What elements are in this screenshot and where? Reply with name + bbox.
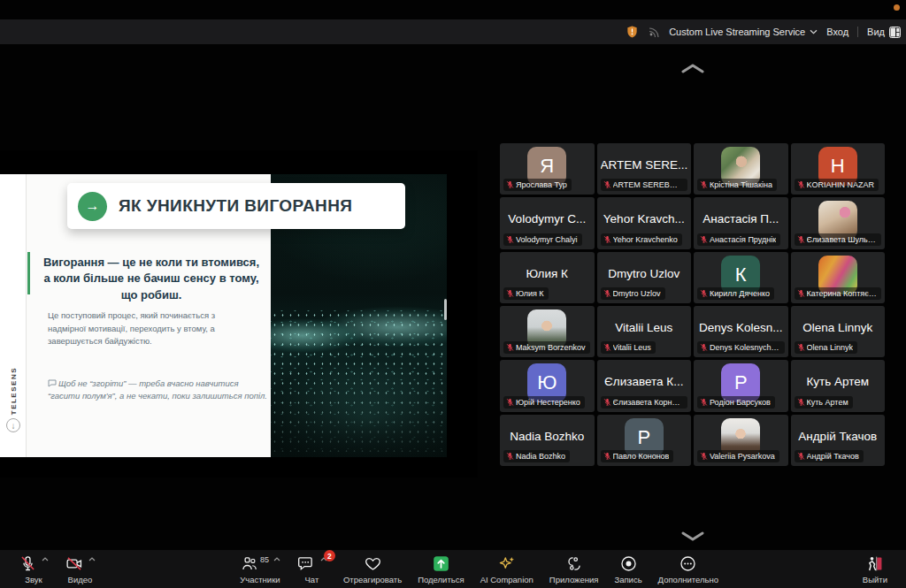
avatar-letter: К <box>735 263 747 286</box>
chevron-up-icon <box>680 63 705 73</box>
toolbar-label: Чат <box>305 575 319 584</box>
participant-label: Єлизавета Корнєєва <box>601 396 688 409</box>
participant-tile[interactable]: РРодіон Барсуков <box>694 360 788 411</box>
toolbar-audio-button[interactable]: Звук <box>11 554 57 584</box>
participant-tile[interactable]: Vitalii LeusVitalii Leus <box>597 306 692 357</box>
participant-label: Родіон Барсуков <box>697 396 775 409</box>
participant-label-text: Юлия К <box>516 289 544 298</box>
participant-tile[interactable]: Denys Kolesn...Denys Kolesnychenko <box>694 306 788 357</box>
avatar-letter: Ю <box>537 371 557 394</box>
participant-label: Valeriia Pysarkova <box>697 450 779 462</box>
mic-muted-icon <box>797 180 805 189</box>
participant-name-large: Dmytro Uzlov <box>601 267 688 280</box>
mic-muted-icon <box>700 289 708 298</box>
participant-label: Кирилл Дяченко <box>697 287 774 300</box>
participant-tile[interactable]: РПавло Кононов <box>597 415 692 466</box>
participant-label-text: Valeriia Pysarkova <box>710 452 775 461</box>
participant-tile[interactable]: ЮЮрій Нестеренко <box>500 360 595 411</box>
participant-label: Nadia Bozhko <box>503 450 570 462</box>
participant-label-text: Volodymyr Chalyi <box>516 235 578 244</box>
mic-muted-icon <box>506 343 514 352</box>
participant-tile[interactable]: Dmytro UzlovDmytro Uzlov <box>597 252 692 303</box>
toolbar-ai-button[interactable]: AI Companion <box>472 554 541 584</box>
participant-tile[interactable]: Yehor Kravch...Yehor Kravchenko <box>597 197 692 248</box>
participant-label: Maksym Borzenkov <box>503 341 590 354</box>
participants-icon <box>240 554 258 573</box>
participant-label: Анастасія Пруднік <box>697 233 780 246</box>
participant-tile[interactable]: Nadia BozhkoNadia Bozhko <box>500 415 595 466</box>
participant-name-large: Єлизавета К... <box>601 375 688 388</box>
participant-tile[interactable]: Єлизавета Шульцева <box>791 197 886 248</box>
participant-label: Куть Артем <box>795 396 853 409</box>
participant-tile[interactable]: Андрій ТкачовАндрій Ткачов <box>791 415 886 466</box>
toolbar-apps-button[interactable]: Приложения <box>541 554 607 584</box>
participant-label: Юлия К <box>503 287 549 300</box>
participant-label: Ярослава Тур <box>503 179 572 191</box>
participant-tile[interactable]: Valeriia Pysarkova <box>694 415 788 466</box>
toolbar-label: Отреагировать <box>343 575 402 584</box>
participant-tile[interactable]: Анастасія П...Анастасія Пруднік <box>694 197 788 248</box>
participant-name-large: Yehor Kravch... <box>601 212 688 225</box>
participant-tile[interactable]: HKORIAHIN NAZAR <box>791 143 886 195</box>
participant-tile[interactable]: Єлизавета К...Єлизавета Корнєєва <box>597 360 692 411</box>
participant-tile[interactable]: Юлия КЮлия К <box>500 252 595 303</box>
participant-label-text: Yehor Kravchenko <box>613 235 678 244</box>
participant-tile[interactable]: Maksym Borzenkov <box>500 306 595 357</box>
participant-tile[interactable]: ARTEM SERE...ARTEM SEREBRIANS... <box>597 143 692 195</box>
participant-label: ARTEM SEREBRIANS... <box>601 179 688 191</box>
participant-label-text: Андрій Ткачов <box>807 452 859 461</box>
streaming-service-menu[interactable]: Custom Live Streaming Service <box>669 27 818 37</box>
toolbar-chat-button[interactable]: 2Чат <box>288 554 335 584</box>
toolbar-more-button[interactable]: Дополнительно <box>650 554 726 584</box>
toolbar-video-button[interactable]: Видео <box>57 554 104 584</box>
chat-icon <box>296 554 316 573</box>
video-scrollbar-thumb[interactable] <box>444 299 447 320</box>
participant-label: Андрій Ткачов <box>795 450 864 462</box>
participant-tile[interactable]: Катерина Коптяєва <box>791 252 886 303</box>
participant-name-large: Olena Linnyk <box>795 321 882 334</box>
share-icon <box>432 554 450 573</box>
participant-tile[interactable]: ЯЯрослава Тур <box>500 143 595 195</box>
mic-muted-icon <box>506 452 514 461</box>
toolbar-label: Видео <box>68 575 93 584</box>
chevron-down-icon <box>680 531 705 542</box>
participant-tile[interactable]: Olena LinnykOlena Linnyk <box>791 306 886 357</box>
participant-label: Yehor Kravchenko <box>601 233 682 246</box>
participant-tile[interactable]: Volodymyr C...Volodymyr Chalyi <box>500 197 595 248</box>
toolbar-leave-button[interactable]: Выйти <box>855 554 895 584</box>
shared-screen-video[interactable]: TELESENS ↓ → ЯК УНИКНУТИ ВИГОРАННЯ Вигор… <box>0 150 478 477</box>
participant-label: Павло Кононов <box>601 450 674 462</box>
participant-name-large: Nadia Bozhko <box>503 430 591 443</box>
chat-unread-badge: 2 <box>324 550 335 561</box>
toolbar-label: Участники <box>240 575 280 584</box>
toolbar-react-button[interactable]: Отреагировать <box>335 554 410 584</box>
mic-muted-icon <box>797 235 805 244</box>
caret-up-icon <box>42 557 49 561</box>
view-button[interactable]: Вид <box>867 27 901 38</box>
expand-gallery-button[interactable] <box>675 529 710 545</box>
leave-icon <box>865 554 885 573</box>
participant-label: Крістіна Тішакіна <box>697 179 777 191</box>
mic-muted-icon <box>603 235 611 244</box>
mic-muted-icon <box>700 398 708 407</box>
heart-icon <box>363 554 383 573</box>
participant-tile[interactable]: Крістіна Тішакіна <box>694 143 788 195</box>
streaming-service-label: Custom Live Streaming Service <box>669 27 805 37</box>
mic-muted-icon <box>603 343 611 352</box>
mic-muted-icon <box>700 343 708 352</box>
participant-label: KORIAHIN NAZAR <box>795 179 879 191</box>
participant-label-text: KORIAHIN NAZAR <box>807 180 875 189</box>
participant-label-text: Єлизавета Корнєєва <box>613 398 684 407</box>
login-button[interactable]: Вход <box>826 27 848 37</box>
collapse-gallery-button[interactable] <box>675 60 710 76</box>
participant-tile[interactable]: Куть АртемКуть Артем <box>791 360 886 411</box>
slide-title: ЯК УНИКНУТИ ВИГОРАННЯ <box>119 196 352 216</box>
toolbar-record-button[interactable]: Запись <box>606 554 649 584</box>
participant-tile[interactable]: ККирилл Дяченко <box>694 252 788 303</box>
toolbar-participants-button[interactable]: 85Участники <box>232 554 288 584</box>
mic-muted-icon <box>797 343 805 352</box>
participant-label-text: Ярослава Тур <box>516 180 567 189</box>
toolbar-share-button[interactable]: Поделиться <box>410 554 472 584</box>
toolbar-label: Дополнительно <box>658 575 718 584</box>
scroll-down-icon: ↓ <box>6 418 20 432</box>
